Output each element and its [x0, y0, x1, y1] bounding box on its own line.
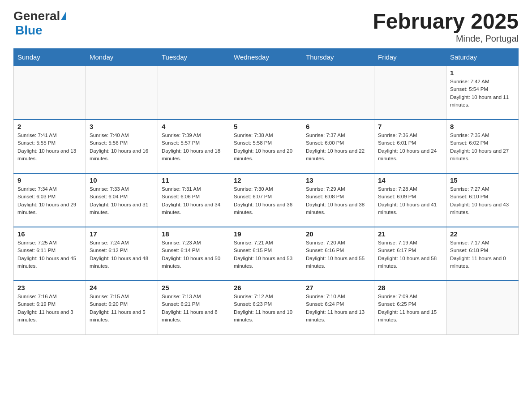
day-number: 22 — [450, 230, 515, 238]
weekday-header-tuesday: Tuesday — [158, 49, 230, 66]
calendar-cell-w3-d3: 11Sunrise: 7:31 AM Sunset: 6:06 PM Dayli… — [158, 173, 230, 227]
day-number: 21 — [378, 230, 442, 238]
calendar-cell-w5-d1: 23Sunrise: 7:16 AM Sunset: 6:19 PM Dayli… — [14, 281, 86, 334]
calendar-cell-w1-d5 — [302, 66, 374, 120]
weekday-header-wednesday: Wednesday — [230, 49, 302, 66]
page-header: General Blue February 2025 Minde, Portug… — [13, 9, 519, 44]
calendar-cell-w3-d5: 13Sunrise: 7:29 AM Sunset: 6:08 PM Dayli… — [302, 173, 374, 227]
day-info: Sunrise: 7:38 AM Sunset: 5:58 PM Dayligh… — [234, 132, 298, 163]
day-number: 5 — [234, 123, 298, 130]
calendar-cell-w1-d1 — [14, 66, 86, 120]
day-number: 25 — [162, 284, 226, 291]
weekday-header-friday: Friday — [374, 49, 446, 66]
calendar-cell-w3-d1: 9Sunrise: 7:34 AM Sunset: 6:03 PM Daylig… — [14, 173, 86, 227]
calendar-cell-w1-d6 — [374, 66, 446, 120]
calendar-cell-w5-d2: 24Sunrise: 7:15 AM Sunset: 6:20 PM Dayli… — [86, 281, 158, 334]
day-info: Sunrise: 7:29 AM Sunset: 6:08 PM Dayligh… — [306, 185, 370, 216]
calendar-cell-w4-d7: 22Sunrise: 7:17 AM Sunset: 6:18 PM Dayli… — [446, 227, 519, 281]
day-info: Sunrise: 7:12 AM Sunset: 6:23 PM Dayligh… — [234, 293, 298, 324]
calendar-cell-w2-d2: 3Sunrise: 7:40 AM Sunset: 5:56 PM Daylig… — [86, 120, 158, 173]
day-info: Sunrise: 7:35 AM Sunset: 6:02 PM Dayligh… — [450, 132, 515, 163]
day-info: Sunrise: 7:41 AM Sunset: 5:55 PM Dayligh… — [17, 132, 82, 163]
day-info: Sunrise: 7:19 AM Sunset: 6:17 PM Dayligh… — [378, 239, 442, 270]
calendar-title: February 2025 — [373, 9, 519, 34]
week-row-3: 9Sunrise: 7:34 AM Sunset: 6:03 PM Daylig… — [14, 173, 519, 227]
calendar-cell-w2-d7: 8Sunrise: 7:35 AM Sunset: 6:02 PM Daylig… — [446, 120, 519, 173]
week-row-1: 1Sunrise: 7:42 AM Sunset: 5:54 PM Daylig… — [14, 66, 519, 120]
calendar-table: SundayMondayTuesdayWednesdayThursdayFrid… — [13, 48, 519, 335]
day-number: 17 — [90, 230, 154, 238]
day-number: 14 — [378, 176, 442, 184]
day-info: Sunrise: 7:21 AM Sunset: 6:15 PM Dayligh… — [234, 239, 298, 270]
calendar-cell-w3-d4: 12Sunrise: 7:30 AM Sunset: 6:07 PM Dayli… — [230, 173, 302, 227]
day-number: 1 — [450, 69, 515, 77]
calendar-cell-w2-d4: 5Sunrise: 7:38 AM Sunset: 5:58 PM Daylig… — [230, 120, 302, 173]
title-section: February 2025 Minde, Portugal — [373, 9, 519, 44]
calendar-cell-w1-d2 — [86, 66, 158, 120]
day-number: 6 — [306, 123, 370, 130]
weekday-header-saturday: Saturday — [446, 49, 519, 66]
week-row-5: 23Sunrise: 7:16 AM Sunset: 6:19 PM Dayli… — [14, 281, 519, 334]
day-info: Sunrise: 7:15 AM Sunset: 6:20 PM Dayligh… — [90, 293, 154, 324]
logo-general-text: General — [13, 9, 60, 23]
day-info: Sunrise: 7:28 AM Sunset: 6:09 PM Dayligh… — [378, 185, 442, 216]
calendar-cell-w5-d6: 28Sunrise: 7:09 AM Sunset: 6:25 PM Dayli… — [374, 281, 446, 334]
weekday-header-row: SundayMondayTuesdayWednesdayThursdayFrid… — [14, 49, 519, 66]
logo: General Blue — [13, 9, 66, 38]
day-info: Sunrise: 7:25 AM Sunset: 6:11 PM Dayligh… — [17, 239, 82, 270]
calendar-cell-w1-d4 — [230, 66, 302, 120]
day-info: Sunrise: 7:23 AM Sunset: 6:14 PM Dayligh… — [162, 239, 226, 270]
logo-blue-text: Blue — [15, 23, 43, 38]
day-info: Sunrise: 7:33 AM Sunset: 6:04 PM Dayligh… — [90, 185, 154, 216]
day-info: Sunrise: 7:17 AM Sunset: 6:18 PM Dayligh… — [450, 239, 515, 270]
calendar-cell-w5-d4: 26Sunrise: 7:12 AM Sunset: 6:23 PM Dayli… — [230, 281, 302, 334]
calendar-cell-w1-d3 — [158, 66, 230, 120]
calendar-cell-w4-d1: 16Sunrise: 7:25 AM Sunset: 6:11 PM Dayli… — [14, 227, 86, 281]
calendar-cell-w4-d3: 18Sunrise: 7:23 AM Sunset: 6:14 PM Dayli… — [158, 227, 230, 281]
calendar-cell-w3-d7: 15Sunrise: 7:27 AM Sunset: 6:10 PM Dayli… — [446, 173, 519, 227]
day-info: Sunrise: 7:31 AM Sunset: 6:06 PM Dayligh… — [162, 185, 226, 216]
day-info: Sunrise: 7:34 AM Sunset: 6:03 PM Dayligh… — [17, 185, 82, 216]
calendar-cell-w5-d7 — [446, 281, 519, 334]
weekday-header-monday: Monday — [86, 49, 158, 66]
day-number: 28 — [378, 284, 442, 291]
calendar-cell-w4-d5: 20Sunrise: 7:20 AM Sunset: 6:16 PM Dayli… — [302, 227, 374, 281]
calendar-cell-w1-d7: 1Sunrise: 7:42 AM Sunset: 5:54 PM Daylig… — [446, 66, 519, 120]
day-number: 23 — [17, 284, 82, 291]
calendar-location: Minde, Portugal — [373, 34, 519, 44]
weekday-header-thursday: Thursday — [302, 49, 374, 66]
weekday-header-sunday: Sunday — [14, 49, 86, 66]
day-number: 18 — [162, 230, 226, 238]
day-number: 8 — [450, 123, 515, 130]
day-number: 13 — [306, 176, 370, 184]
day-number: 19 — [234, 230, 298, 238]
day-info: Sunrise: 7:16 AM Sunset: 6:19 PM Dayligh… — [17, 293, 82, 324]
day-info: Sunrise: 7:42 AM Sunset: 5:54 PM Dayligh… — [450, 78, 515, 109]
day-info: Sunrise: 7:10 AM Sunset: 6:24 PM Dayligh… — [306, 293, 370, 324]
calendar-cell-w2-d6: 7Sunrise: 7:36 AM Sunset: 6:01 PM Daylig… — [374, 120, 446, 173]
day-info: Sunrise: 7:27 AM Sunset: 6:10 PM Dayligh… — [450, 185, 515, 216]
week-row-2: 2Sunrise: 7:41 AM Sunset: 5:55 PM Daylig… — [14, 120, 519, 173]
day-info: Sunrise: 7:37 AM Sunset: 6:00 PM Dayligh… — [306, 132, 370, 163]
day-info: Sunrise: 7:40 AM Sunset: 5:56 PM Dayligh… — [90, 132, 154, 163]
day-number: 16 — [17, 230, 82, 238]
day-info: Sunrise: 7:39 AM Sunset: 5:57 PM Dayligh… — [162, 132, 226, 163]
calendar-cell-w2-d1: 2Sunrise: 7:41 AM Sunset: 5:55 PM Daylig… — [14, 120, 86, 173]
calendar-cell-w2-d5: 6Sunrise: 7:37 AM Sunset: 6:00 PM Daylig… — [302, 120, 374, 173]
day-number: 7 — [378, 123, 442, 130]
day-number: 3 — [90, 123, 154, 130]
day-info: Sunrise: 7:09 AM Sunset: 6:25 PM Dayligh… — [378, 293, 442, 324]
day-number: 15 — [450, 176, 515, 184]
day-info: Sunrise: 7:24 AM Sunset: 6:12 PM Dayligh… — [90, 239, 154, 270]
calendar-cell-w5-d3: 25Sunrise: 7:13 AM Sunset: 6:21 PM Dayli… — [158, 281, 230, 334]
day-number: 10 — [90, 176, 154, 184]
day-number: 20 — [306, 230, 370, 238]
day-info: Sunrise: 7:20 AM Sunset: 6:16 PM Dayligh… — [306, 239, 370, 270]
calendar-cell-w4-d6: 21Sunrise: 7:19 AM Sunset: 6:17 PM Dayli… — [374, 227, 446, 281]
day-number: 26 — [234, 284, 298, 291]
calendar-cell-w3-d2: 10Sunrise: 7:33 AM Sunset: 6:04 PM Dayli… — [86, 173, 158, 227]
day-info: Sunrise: 7:13 AM Sunset: 6:21 PM Dayligh… — [162, 293, 226, 324]
day-number: 2 — [17, 123, 82, 130]
day-info: Sunrise: 7:36 AM Sunset: 6:01 PM Dayligh… — [378, 132, 442, 163]
calendar-cell-w4-d4: 19Sunrise: 7:21 AM Sunset: 6:15 PM Dayli… — [230, 227, 302, 281]
